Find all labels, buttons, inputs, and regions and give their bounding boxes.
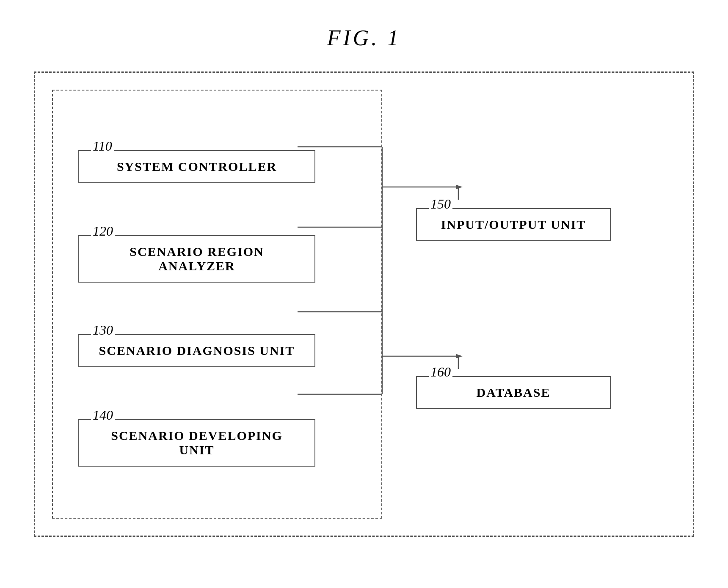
block-150-wrapper: 150 INPUT/OUTPUT UNIT [416, 208, 659, 241]
block-130-wrapper: 130 SCENARIO DIAGNOSIS UNIT [78, 334, 364, 367]
block-140-wrapper: 140 SCENARIO DEVELOPING UNIT [78, 419, 364, 467]
block-110-label: 110 [91, 138, 114, 154]
block-140-label: 140 [91, 407, 115, 423]
block-110: SYSTEM CONTROLLER [78, 150, 315, 183]
inner-diagram-box: 110 SYSTEM CONTROLLER 120 SCENARIO REGIO… [52, 90, 382, 519]
block-150-label: 150 [429, 196, 452, 212]
block-160-label: 160 [429, 364, 452, 380]
block-110-wrapper: 110 SYSTEM CONTROLLER [78, 150, 364, 183]
right-section: 150 INPUT/OUTPUT UNIT 160 DATABASE [382, 90, 676, 519]
block-160-wrapper: 160 DATABASE [416, 376, 659, 409]
block-120-label: 120 [91, 223, 115, 239]
outer-diagram-box: 110 SYSTEM CONTROLLER 120 SCENARIO REGIO… [34, 71, 694, 537]
block-140: SCENARIO DEVELOPING UNIT [78, 419, 315, 467]
block-150: INPUT/OUTPUT UNIT [416, 208, 611, 241]
block-130: SCENARIO DIAGNOSIS UNIT [78, 334, 315, 367]
block-120: SCENARIO REGION ANALYZER [78, 235, 315, 283]
block-160: DATABASE [416, 376, 611, 409]
block-120-wrapper: 120 SCENARIO REGION ANALYZER [78, 235, 364, 283]
block-130-label: 130 [91, 322, 115, 338]
page-title: FIG. 1 [327, 17, 401, 71]
